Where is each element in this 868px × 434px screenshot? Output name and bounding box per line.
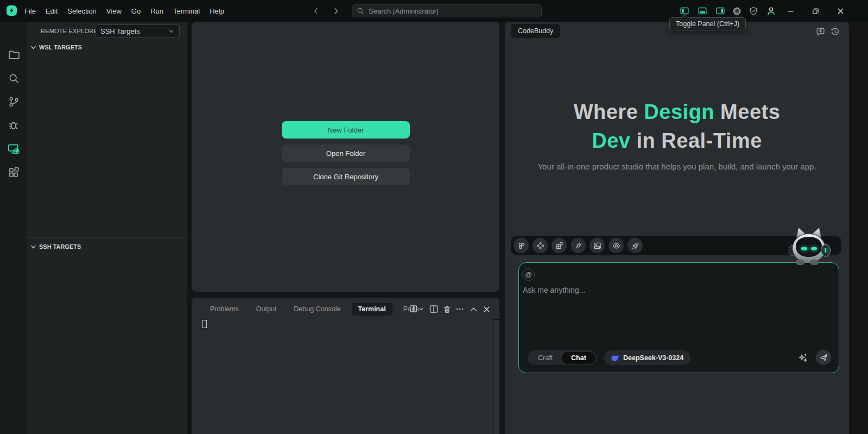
global-search[interactable] bbox=[352, 4, 542, 17]
shield-icon[interactable] bbox=[749, 6, 758, 16]
codebuddy-mascot bbox=[783, 226, 834, 265]
account-user-icon[interactable] bbox=[766, 6, 776, 16]
components-icon[interactable] bbox=[533, 238, 548, 253]
editor-welcome-panel: New Folder Open Folder Clone Git Reposit… bbox=[192, 22, 499, 292]
extensions-icon[interactable] bbox=[7, 166, 20, 179]
menu-selection[interactable]: Selection bbox=[62, 7, 101, 15]
nav-back-icon[interactable] bbox=[309, 4, 322, 17]
preview-eye-icon[interactable] bbox=[609, 238, 624, 253]
remote-type-dropdown[interactable]: SSH Targets bbox=[96, 24, 180, 38]
toggle-secondary-sidebar-icon[interactable] bbox=[715, 6, 725, 16]
rocket-icon[interactable] bbox=[628, 238, 643, 253]
mode-craft[interactable]: Craft bbox=[529, 354, 562, 362]
welcome-subtitle: Your all-in-one product studio that help… bbox=[505, 162, 849, 171]
window-close-button[interactable] bbox=[832, 4, 848, 17]
section-label: SSH TARGETS bbox=[39, 243, 81, 250]
split-editor-icon[interactable] bbox=[428, 304, 439, 315]
menu-view[interactable]: View bbox=[102, 7, 126, 15]
window-restore-button[interactable] bbox=[807, 4, 823, 17]
new-chat-icon[interactable] bbox=[815, 27, 825, 36]
enhance-prompt-icon[interactable] bbox=[797, 351, 809, 363]
menu-file[interactable]: File bbox=[20, 7, 41, 15]
mention-at-button[interactable]: @ bbox=[522, 268, 535, 281]
menu-help[interactable]: Help bbox=[205, 7, 229, 15]
menu-bar: File Edit Selection View Go Run Terminal… bbox=[20, 0, 229, 22]
panel-tabs: Problems Output Debug Console Terminal P… bbox=[204, 302, 426, 316]
chat-history-icon[interactable] bbox=[830, 27, 840, 36]
tab-output[interactable]: Output bbox=[250, 303, 283, 316]
tab-label: CodeBuddy bbox=[518, 27, 553, 35]
trash-icon[interactable] bbox=[441, 304, 452, 315]
section-label: WSL TARGETS bbox=[39, 44, 82, 51]
section-wsl-targets[interactable]: WSL TARGETS bbox=[30, 42, 82, 52]
menu-go[interactable]: Go bbox=[126, 7, 145, 15]
mode-chat[interactable]: Chat bbox=[562, 352, 595, 364]
maximize-panel-icon[interactable] bbox=[468, 304, 479, 315]
terminal-scrollbar[interactable] bbox=[493, 319, 499, 434]
explorer-icon[interactable] bbox=[7, 48, 20, 61]
deepseek-whale-icon bbox=[611, 354, 619, 362]
sidebar-remote-explorer: REMOTE EXPLORER SSH Targets WSL TARGETS … bbox=[27, 22, 187, 434]
chevron-down-icon bbox=[30, 45, 36, 51]
open-folder-button[interactable]: Open Folder bbox=[282, 144, 410, 162]
tooltip-toggle-panel: Toggle Panel (Ctrl+J) bbox=[669, 17, 746, 30]
mode-switch: Craft Chat bbox=[528, 350, 597, 365]
blocks-icon[interactable] bbox=[552, 238, 567, 253]
image-upload-icon[interactable] bbox=[590, 238, 605, 253]
settings-gear-icon[interactable] bbox=[732, 6, 742, 16]
figma-icon[interactable] bbox=[514, 238, 529, 253]
menu-edit[interactable]: Edit bbox=[41, 7, 62, 15]
new-folder-button[interactable]: New Folder bbox=[282, 121, 410, 139]
welcome-heading: Where Design Meets Dev in Real-Time bbox=[505, 98, 849, 155]
tab-problems[interactable]: Problems bbox=[204, 303, 245, 316]
search-input[interactable] bbox=[368, 7, 537, 16]
chevron-down-icon bbox=[30, 244, 36, 250]
tab-debug-console[interactable]: Debug Console bbox=[287, 303, 347, 316]
search-icon bbox=[357, 7, 364, 15]
section-divider bbox=[27, 237, 187, 238]
run-debug-icon[interactable] bbox=[7, 118, 20, 131]
model-name: DeepSeek-V3-0324 bbox=[623, 354, 683, 362]
more-actions-icon[interactable] bbox=[454, 304, 465, 315]
remote-explorer-icon[interactable] bbox=[7, 142, 20, 155]
activity-bar bbox=[0, 22, 27, 434]
tooltip-text: Toggle Panel (Ctrl+J) bbox=[676, 20, 739, 28]
send-button[interactable] bbox=[816, 350, 831, 365]
terminal-cursor[interactable] bbox=[202, 320, 207, 328]
chat-input-placeholder[interactable]: Ask me anything... bbox=[523, 286, 794, 294]
menu-terminal[interactable]: Terminal bbox=[168, 7, 205, 15]
split-terminal-dropdown-icon[interactable] bbox=[409, 304, 425, 315]
menu-run[interactable]: Run bbox=[145, 7, 168, 15]
close-panel-icon[interactable] bbox=[481, 304, 492, 315]
source-control-icon[interactable] bbox=[7, 95, 20, 108]
nav-forward-icon[interactable] bbox=[329, 4, 342, 17]
chevron-down-icon bbox=[168, 28, 175, 35]
mcp-plug-icon[interactable] bbox=[571, 238, 586, 253]
sidebar-title: REMOTE EXPLORER bbox=[41, 28, 102, 34]
app-window: File Edit Selection View Go Run Terminal… bbox=[0, 0, 868, 434]
window-minimize-button[interactable] bbox=[782, 4, 799, 17]
search-sidebar-icon[interactable] bbox=[7, 72, 20, 85]
section-ssh-targets[interactable]: SSH TARGETS bbox=[30, 242, 81, 251]
dropdown-value: SSH Targets bbox=[100, 27, 140, 35]
bottom-panel: Problems Output Debug Console Terminal P… bbox=[192, 298, 499, 434]
model-selector[interactable]: DeepSeek-V3-0324 bbox=[604, 350, 690, 365]
toggle-panel-icon[interactable] bbox=[698, 6, 707, 16]
clone-git-repository-button[interactable]: Clone Git Repository bbox=[282, 168, 410, 185]
tab-terminal[interactable]: Terminal bbox=[352, 303, 392, 316]
tab-codebuddy[interactable]: CodeBuddy bbox=[511, 24, 560, 38]
app-logo-icon bbox=[7, 5, 17, 16]
